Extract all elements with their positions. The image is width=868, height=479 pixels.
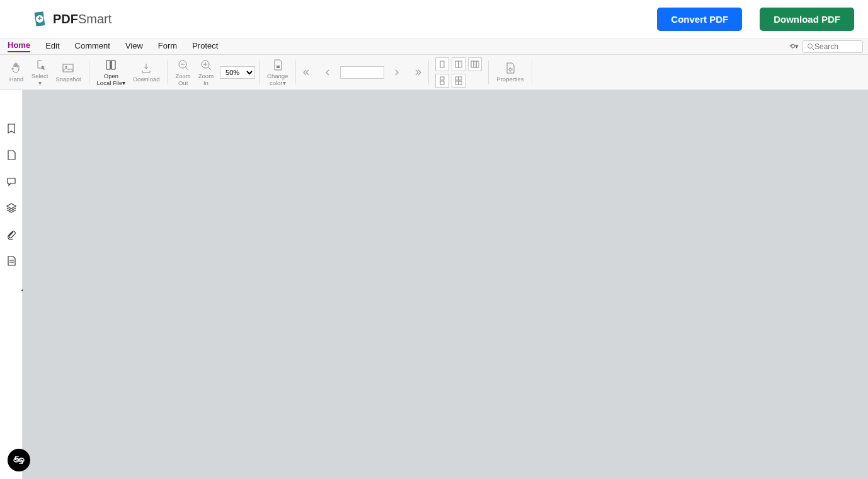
bookmark-panel-icon[interactable] [6, 123, 17, 134]
download-label: Download [133, 76, 159, 83]
svg-rect-18 [474, 61, 476, 67]
view-mode-grid [435, 57, 482, 88]
change-color-icon [271, 58, 285, 72]
view-continuous[interactable] [435, 74, 449, 88]
separator [532, 61, 532, 84]
hand-label: Hand [9, 76, 24, 83]
help-fab[interactable] [8, 449, 30, 471]
tab-protect[interactable]: Protect [192, 41, 218, 52]
page-input[interactable] [340, 66, 384, 79]
tab-form[interactable]: Form [158, 41, 177, 52]
tab-bar: Home Edit Comment View Form Protect ⟲▾ [0, 38, 868, 55]
svg-rect-19 [476, 61, 479, 67]
separator [428, 61, 429, 84]
svg-rect-17 [471, 61, 474, 67]
tabs-right: ⟲▾ [789, 40, 863, 53]
document-canvas[interactable] [23, 90, 868, 479]
search-box[interactable] [802, 40, 863, 53]
first-page-button[interactable] [300, 65, 315, 80]
zoom-select[interactable]: 50% [220, 66, 255, 79]
properties-icon [503, 61, 517, 75]
hand-icon [9, 61, 23, 75]
download-pdf-button[interactable]: Download PDF [760, 8, 854, 31]
search-icon [807, 43, 814, 50]
link-icon [13, 456, 25, 464]
svg-rect-15 [455, 61, 459, 67]
select-label: Select▾ [31, 73, 48, 86]
tab-view[interactable]: View [125, 41, 143, 52]
zoom-out-tool[interactable]: Zoom Out [171, 58, 194, 86]
svg-point-1 [808, 43, 813, 48]
snapshot-icon [61, 61, 75, 75]
zoom-in-icon [199, 58, 213, 72]
svg-line-12 [208, 67, 211, 70]
svg-point-26 [509, 68, 511, 71]
form-fields-panel-icon[interactable] [6, 255, 17, 267]
separator [89, 61, 89, 84]
last-page-button[interactable] [409, 65, 425, 80]
next-page-button[interactable] [389, 65, 404, 80]
snapshot-tool[interactable]: Snapshot [52, 61, 84, 83]
change-color-label: Change color▾ [267, 73, 288, 86]
separator [488, 61, 489, 84]
convert-pdf-button[interactable]: Convert PDF [657, 8, 742, 31]
svg-rect-20 [440, 77, 444, 80]
zoom-in-label: Zoom In [198, 73, 214, 86]
main-area: ◂ [0, 90, 868, 479]
zoom-in-tool[interactable]: Zoom In [195, 58, 217, 86]
hand-tool[interactable]: Hand [5, 61, 28, 83]
separator [167, 61, 168, 84]
tab-edit[interactable]: Edit [45, 41, 59, 52]
download-tool[interactable]: Download [129, 61, 163, 83]
separator [295, 61, 296, 84]
prev-page-button[interactable] [320, 65, 335, 80]
svg-rect-25 [459, 81, 462, 84]
search-input[interactable] [814, 42, 856, 51]
tab-comment[interactable]: Comment [75, 41, 110, 52]
pages-panel-icon[interactable] [6, 149, 17, 161]
svg-rect-22 [455, 77, 459, 80]
zoom-out-label: Zoom Out [175, 73, 190, 86]
svg-rect-21 [440, 81, 444, 84]
open-tool[interactable]: OpenLocal File▾ [93, 58, 130, 86]
tab-home[interactable]: Home [8, 40, 30, 52]
logo-text: PDFSmart [53, 12, 111, 26]
zoom-mode-icon[interactable]: ⟲▾ [789, 42, 799, 50]
separator [259, 61, 260, 84]
svg-rect-23 [459, 77, 462, 80]
properties-tool[interactable]: Properties [493, 61, 527, 83]
header-buttons: Convert PDF Download PDF [657, 8, 854, 31]
view-cover-facing[interactable] [468, 57, 482, 71]
svg-line-2 [812, 48, 814, 50]
logo[interactable]: PDFSmart [31, 11, 111, 27]
header: PDFSmart Convert PDF Download PDF [0, 0, 868, 38]
svg-rect-14 [440, 61, 444, 67]
comments-panel-icon[interactable] [6, 176, 17, 187]
change-color-tool[interactable]: Change color▾ [263, 58, 292, 86]
properties-label: Properties [496, 76, 523, 83]
zoom-out-icon [176, 58, 190, 72]
svg-rect-13 [277, 66, 280, 68]
layers-panel-icon[interactable] [6, 202, 17, 214]
select-icon [33, 58, 47, 72]
svg-rect-3 [63, 64, 73, 72]
snapshot-label: Snapshot [55, 76, 81, 83]
open-icon [104, 58, 118, 72]
svg-rect-24 [455, 81, 459, 84]
select-tool[interactable]: Select▾ [28, 58, 52, 86]
view-single-page[interactable] [435, 57, 449, 71]
svg-point-4 [66, 66, 67, 68]
open-label: OpenLocal File▾ [97, 73, 126, 86]
svg-line-8 [185, 67, 188, 70]
view-continuous-facing[interactable] [452, 74, 465, 88]
svg-rect-16 [459, 61, 462, 67]
toolbar: Hand Select▾ Snapshot OpenLocal File▾ Do… [0, 55, 868, 90]
download-icon [139, 61, 153, 75]
attachments-panel-icon[interactable] [6, 229, 17, 240]
logo-icon [31, 11, 48, 27]
view-facing[interactable] [452, 57, 465, 71]
